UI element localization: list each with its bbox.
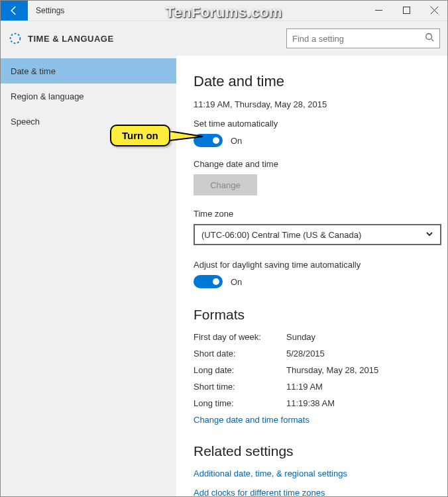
close-button[interactable]	[420, 0, 448, 21]
timezone-value: (UTC-06:00) Central Time (US & Canada)	[201, 230, 425, 240]
maximize-icon	[403, 7, 410, 14]
gear-icon	[8, 31, 23, 46]
related-link-clocks[interactable]: Add clocks for different time zones	[194, 488, 431, 497]
formats-table: First day of week:Sunday Short date:5/28…	[194, 332, 431, 408]
main-content: Date and time 11:19 AM, Thursday, May 28…	[176, 56, 448, 497]
chevron-down-icon	[425, 230, 433, 240]
dst-state: On	[231, 277, 242, 287]
close-icon	[431, 7, 438, 14]
set-auto-state: On	[231, 136, 242, 146]
formats-heading: Formats	[194, 307, 431, 323]
current-datetime: 11:19 AM, Thursday, May 28, 2015	[194, 99, 431, 109]
svg-point-2	[426, 34, 432, 40]
related-link-additional[interactable]: Additional date, time, & regional settin…	[194, 469, 431, 478]
format-row: Short time:11:19 AM	[194, 382, 431, 392]
annotation-callout: Turn on	[110, 125, 170, 146]
page-title: Date and time	[194, 73, 431, 90]
sidebar-item-label: Date & time	[11, 66, 56, 76]
minimize-button[interactable]	[364, 0, 392, 21]
window-title: Settings	[28, 0, 72, 21]
set-auto-label: Set time automatically	[194, 119, 431, 129]
callout-tail-icon	[170, 131, 203, 147]
sidebar-item-date-time[interactable]: Date & time	[0, 58, 176, 83]
sidebar-item-label: Region & language	[11, 91, 84, 101]
minimize-icon	[375, 7, 382, 14]
svg-rect-0	[403, 7, 410, 14]
sidebar-item-region-language[interactable]: Region & language	[0, 83, 176, 109]
header: TIME & LANGUAGE	[0, 21, 448, 56]
search-icon	[425, 32, 434, 44]
titlebar: Settings	[0, 0, 448, 21]
search-box[interactable]	[286, 28, 440, 48]
arrow-left-icon	[8, 5, 20, 17]
format-row: First day of week:Sunday	[194, 332, 431, 342]
maximize-button[interactable]	[392, 0, 420, 21]
sidebar: Date & time Region & language Speech	[0, 56, 176, 497]
dst-label: Adjust for daylight saving time automati…	[194, 260, 431, 270]
timezone-select[interactable]: (UTC-06:00) Central Time (US & Canada)	[194, 224, 441, 245]
back-button[interactable]	[0, 0, 28, 21]
svg-marker-3	[170, 131, 203, 140]
search-input[interactable]	[292, 34, 425, 44]
change-button: Change	[194, 174, 257, 195]
section-title: TIME & LANGUAGE	[28, 34, 114, 44]
dst-toggle[interactable]	[194, 275, 223, 288]
callout-text: Turn on	[110, 125, 170, 146]
timezone-label: Time zone	[194, 209, 431, 219]
change-formats-link[interactable]: Change date and time formats	[194, 415, 431, 425]
change-date-label: Change date and time	[194, 159, 431, 169]
sidebar-item-label: Speech	[11, 117, 40, 127]
format-row: Long time:11:19:38 AM	[194, 398, 431, 408]
related-heading: Related settings	[194, 443, 431, 459]
format-row: Long date:Thursday, May 28, 2015	[194, 365, 431, 375]
svg-point-1	[11, 34, 21, 44]
format-row: Short date:5/28/2015	[194, 349, 431, 359]
